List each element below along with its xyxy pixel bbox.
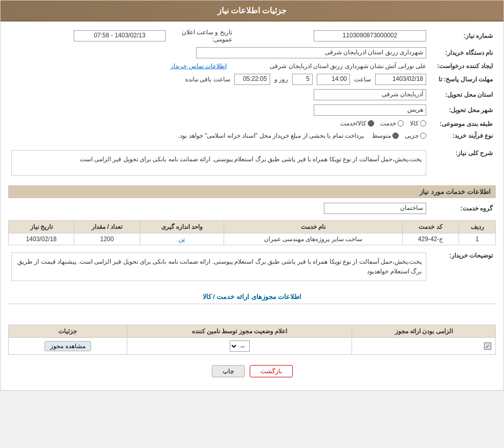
permissions-row: ✓--مشاهده مجوز — [9, 338, 496, 355]
row-creator: ایجاد کننده درخواست: علی نورانی آتش نشان… — [8, 60, 496, 72]
row-buyer-desc: توضیحات خریدار: پخت،پخش،حمل آسفالت از نو… — [8, 248, 496, 286]
page-title: جزئیات اطلاعات نیاز — [217, 6, 287, 15]
category-kala-khedmat-radio[interactable] — [368, 120, 374, 126]
col-quantity: تعداد / مقدار — [74, 221, 140, 233]
col-status: اعلام وضعیت مجوز توسط نامین کننده — [127, 325, 352, 338]
content-area: شماره نیاز: 1103090873000002 تاریخ و ساع… — [1, 22, 503, 390]
col-required: الزامی بودن ارائه مجوز — [352, 325, 496, 338]
process-cell: جزیی متوسط پرداخت تمام یا بخشی از مبلغ خ… — [8, 130, 429, 141]
time-label: ساعت — [354, 76, 371, 83]
permissions-table-body: ✓--مشاهده مجوز — [9, 338, 496, 355]
row-org-name: نام دستگاه خریدار: شهرداری زرنق استان اذ… — [8, 45, 496, 60]
creator-cell: علی نورانی آتش نشان شهرداری زرنق استان ا… — [8, 60, 429, 72]
process-jozi-label: جزیی — [405, 132, 419, 139]
cell-date: 1403/02/18 — [9, 233, 74, 245]
services-section-header: اطلاعات خدمات مورد نیاز — [8, 185, 496, 198]
city-field: هریس — [314, 104, 426, 116]
category-cell: کالا خدمت کالا/خدمت — [8, 118, 429, 130]
response-deadline-label: مهلت ارسال پاسخ: تا — [429, 72, 496, 87]
permissions-table: الزامی بودن ارائه مجوز اعلام وضعیت مجوز … — [8, 325, 496, 355]
general-desc-label: شرح کلی نیاز: — [429, 145, 496, 180]
process-jozi-radio[interactable] — [420, 133, 426, 139]
org-name-label: نام دستگاه خریدار: — [429, 45, 496, 60]
category-radio-group: کالا خدمت کالا/خدمت — [340, 120, 426, 127]
required-cell: ✓ — [352, 338, 496, 355]
buyer-desc-cell: پخت،پخش،حمل آسفالت از نوع توپکا همراه با… — [8, 248, 429, 286]
category-kala-label: کالا — [410, 120, 419, 127]
row-process: نوع فرآیند خرید: جزیی متوسط — [8, 130, 496, 141]
province-field: آذربایجان شرقی — [314, 89, 426, 100]
category-kala: کالا — [410, 120, 426, 127]
need-number-label: شماره نیاز: — [429, 27, 496, 45]
cell-row: 1 — [459, 233, 496, 245]
status-select[interactable]: -- — [230, 340, 250, 352]
info-table: شماره نیاز: 1103090873000002 تاریخ و ساع… — [8, 27, 496, 141]
remaining-label: ساعت باقی مانده — [185, 76, 230, 83]
category-kala-khedmat-label: کالا/خدمت — [340, 120, 366, 127]
view-permit-button[interactable]: مشاهده مجوز — [45, 341, 91, 351]
cell-unit[interactable]: تن — [140, 233, 224, 245]
col-date: تاریخ نیاز — [9, 221, 74, 233]
services-table-body: 1ج-42-429ساخت سایر پروژه‌های مهندسی عمرا… — [9, 233, 496, 245]
buyer-desc-box: پخت،پخش،حمل آسفالت از نوع توپکا همراه با… — [11, 252, 426, 281]
col-service-code: کد خدمت — [402, 221, 459, 233]
details-cell: مشاهده مجوز — [9, 338, 127, 355]
row-province: استان محل تحویل: آذربایجان شرقی — [8, 87, 496, 102]
required-checkbox[interactable]: ✓ — [484, 343, 491, 350]
back-button[interactable]: بازگشت — [250, 365, 293, 377]
table-row: 1ج-42-429ساخت سایر پروژه‌های مهندسی عمرا… — [9, 233, 496, 245]
process-motavasset: متوسط — [372, 132, 399, 139]
city-label: شهر محل تحویل: — [429, 102, 496, 118]
response-countdown-field: 05:22:05 — [234, 74, 270, 85]
province-cell: آذربایجان شرقی — [8, 87, 429, 102]
permissions-header-row: الزامی بودن ارائه مجوز اعلام وضعیت مجوز … — [9, 325, 496, 338]
row-general-desc: شرح کلی نیاز: پخت،پخش،حمل آسفالت از نوع … — [8, 145, 496, 180]
row-response-deadline: مهلت ارسال پاسخ: تا 1403/02/18 ساعت 14:0… — [8, 72, 496, 87]
row-service-group: گروه خدمت: ساختمان — [8, 201, 496, 216]
province-label: استان محل تحویل: — [429, 87, 496, 102]
col-details: جزئیات — [9, 325, 127, 338]
service-group-cell: ساختمان — [8, 201, 429, 216]
page-header: جزئیات اطلاعات نیاز — [1, 1, 503, 22]
need-number-field: 1103090873000002 — [314, 30, 426, 41]
general-desc-table: شرح کلی نیاز: پخت،پخش،حمل آسفالت از نوع … — [8, 145, 496, 180]
category-label: طبقه بندی موضوعی: — [429, 118, 496, 130]
cell-quantity: 1200 — [74, 233, 140, 245]
category-kala-radio[interactable] — [420, 120, 426, 126]
category-khedmat-label: خدمت — [380, 120, 396, 127]
col-service-name: نام خدمت — [224, 221, 403, 233]
cell-service_name: ساخت سایر پروژه‌های مهندسی عمران — [224, 233, 403, 245]
services-table: ردیف کد خدمت نام خدمت واحد اندازه گیری ت… — [8, 220, 496, 245]
row-city: شهر محل تحویل: هریس — [8, 102, 496, 118]
response-days-field: 5 — [292, 74, 313, 85]
process-jozi: جزیی — [405, 132, 426, 139]
col-unit: واحد اندازه گیری — [140, 221, 224, 233]
service-group-field: ساختمان — [324, 203, 426, 214]
buyer-desc-label: توضیحات خریدار: — [429, 248, 496, 286]
process-desc: پرداخت تمام یا بخشی از مبلغ خریداز محل "… — [178, 132, 364, 139]
process-motavasset-radio[interactable] — [392, 133, 399, 139]
org-name-cell: شهرداری زرنق استان اذربایجان شرقی — [8, 45, 429, 60]
general-desc-box: پخت،پخش،حمل آسفالت از نوع توپکا همراه با… — [11, 150, 426, 176]
services-table-head: ردیف کد خدمت نام خدمت واحد اندازه گیری ت… — [9, 221, 496, 233]
process-motavasset-label: متوسط — [372, 132, 391, 139]
process-label: نوع فرآیند خرید: — [429, 130, 496, 141]
announce-datetime-cell: 1403/02/13 - 07:58 — [8, 27, 169, 45]
announce-label: تاریخ و ساعت اعلان عمومی: — [169, 27, 235, 45]
contact-link[interactable]: اطلاعات تماس خریدار — [170, 62, 227, 70]
cell-service_code: ج-42-429 — [402, 233, 459, 245]
response-date-field: 1403/02/18 — [375, 74, 426, 85]
general-desc-cell: پخت،پخش،حمل آسفالت از نوع توپکا همراه با… — [8, 145, 429, 180]
creator-value: علی نورانی آتش نشان شهرداری زرنق استان ا… — [232, 62, 426, 70]
category-kala-khedmat: کالا/خدمت — [340, 120, 374, 127]
print-button[interactable]: چاپ — [212, 365, 245, 377]
creator-label: ایجاد کننده درخواست: — [429, 60, 496, 72]
category-khedmat: خدمت — [380, 120, 404, 127]
response-time-field: 14:00 — [317, 74, 350, 85]
spacer — [8, 307, 496, 322]
row-need-number: شماره نیاز: 1103090873000002 تاریخ و ساع… — [8, 27, 496, 45]
bottom-buttons: بازگشت چاپ — [8, 357, 496, 385]
days-label: روز و — [274, 76, 288, 83]
category-khedmat-radio[interactable] — [398, 120, 404, 126]
city-cell: هریس — [8, 102, 429, 118]
